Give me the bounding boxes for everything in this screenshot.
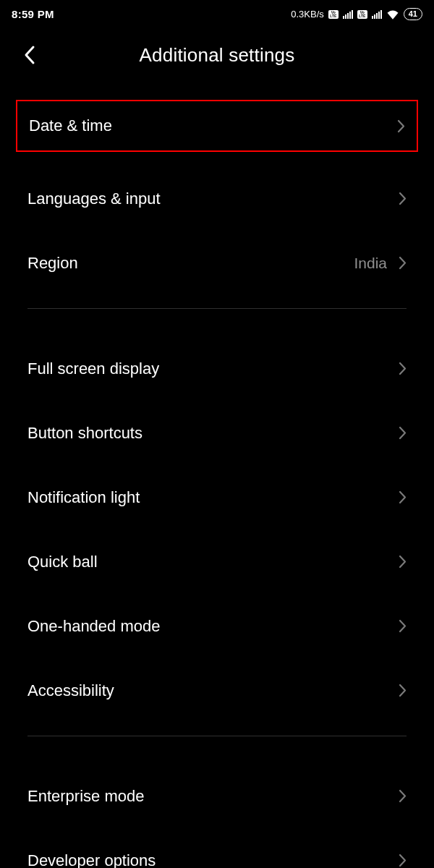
network-speed: 0.3KB/s	[291, 9, 324, 20]
battery-icon: 41	[404, 8, 422, 20]
chevron-right-icon	[399, 192, 407, 205]
row-region-value: India	[354, 255, 387, 272]
signal-icon-sim2	[372, 10, 382, 19]
chevron-right-icon	[399, 490, 407, 504]
row-developer-label: Developer options	[27, 851, 156, 869]
volte-icon-2: VoLTE	[357, 10, 367, 19]
row-languages-label: Languages & input	[27, 190, 161, 208]
row-fullscreen[interactable]: Full screen display	[0, 336, 434, 401]
row-one-handed-label: One-handed mode	[27, 617, 160, 636]
row-date-time-label: Date & time	[29, 116, 112, 135]
row-quick-ball-label: Quick ball	[27, 553, 98, 571]
row-shortcuts-label: Button shortcuts	[27, 424, 142, 443]
wifi-icon	[386, 9, 399, 20]
row-enterprise-label: Enterprise mode	[27, 787, 144, 806]
chevron-right-icon	[399, 426, 407, 440]
chevron-right-icon	[399, 555, 407, 569]
chevron-right-icon	[399, 362, 407, 375]
status-time: 8:59 PM	[12, 8, 54, 20]
volte-icon: VoLTE	[328, 10, 339, 19]
row-accessibility-label: Accessibility	[27, 681, 114, 700]
status-bar: 8:59 PM 0.3KB/s VoLTE VoLTE 41	[0, 0, 434, 26]
back-button[interactable]	[17, 43, 42, 67]
row-quick-ball[interactable]: Quick ball	[0, 529, 434, 594]
row-languages[interactable]: Languages & input	[0, 166, 434, 231]
chevron-right-icon	[399, 256, 407, 270]
row-one-handed[interactable]: One-handed mode	[0, 594, 434, 658]
row-developer[interactable]: Developer options	[0, 828, 434, 868]
page-title: Additional settings	[140, 44, 295, 67]
row-notification-light-label: Notification light	[27, 488, 140, 507]
row-enterprise[interactable]: Enterprise mode	[0, 764, 434, 828]
row-date-time[interactable]: Date & time	[16, 100, 418, 152]
status-right: 0.3KB/s VoLTE VoLTE 41	[291, 8, 422, 20]
row-notification-light[interactable]: Notification light	[0, 465, 434, 529]
chevron-right-icon	[399, 619, 407, 633]
chevron-right-icon	[399, 789, 407, 803]
row-region[interactable]: Region India	[0, 231, 434, 295]
row-shortcuts[interactable]: Button shortcuts	[0, 401, 434, 465]
row-accessibility[interactable]: Accessibility	[0, 658, 434, 723]
header: Additional settings	[0, 26, 434, 84]
settings-list: Date & time Languages & input Region Ind…	[0, 84, 434, 868]
row-region-label: Region	[27, 254, 78, 273]
chevron-right-icon	[397, 119, 405, 133]
chevron-right-icon	[399, 684, 407, 697]
chevron-left-icon	[23, 44, 36, 66]
section-divider	[27, 736, 407, 736]
row-fullscreen-label: Full screen display	[27, 359, 159, 378]
chevron-right-icon	[399, 854, 407, 867]
signal-icon-sim1	[343, 10, 353, 19]
section-divider	[27, 308, 407, 309]
